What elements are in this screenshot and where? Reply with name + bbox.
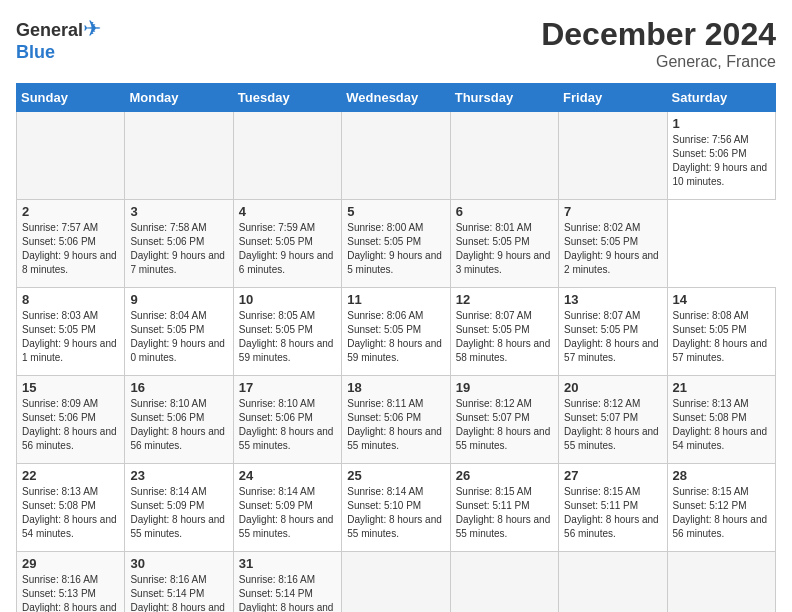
day-number: 28 (673, 468, 770, 483)
calendar-cell-day: 23Sunrise: 8:14 AMSunset: 5:09 PMDayligh… (125, 464, 233, 552)
day-number: 5 (347, 204, 444, 219)
day-info: Sunrise: 8:05 AMSunset: 5:05 PMDaylight:… (239, 309, 336, 365)
day-info: Sunrise: 8:01 AMSunset: 5:05 PMDaylight:… (456, 221, 553, 277)
calendar-cell-day: 19Sunrise: 8:12 AMSunset: 5:07 PMDayligh… (450, 376, 558, 464)
calendar-cell-empty (233, 112, 341, 200)
day-info: Sunrise: 8:04 AMSunset: 5:05 PMDaylight:… (130, 309, 227, 365)
calendar-cell-day: 26Sunrise: 8:15 AMSunset: 5:11 PMDayligh… (450, 464, 558, 552)
day-info: Sunrise: 8:00 AMSunset: 5:05 PMDaylight:… (347, 221, 444, 277)
day-number: 15 (22, 380, 119, 395)
calendar-cell-day: 14Sunrise: 8:08 AMSunset: 5:05 PMDayligh… (667, 288, 775, 376)
day-info: Sunrise: 8:06 AMSunset: 5:05 PMDaylight:… (347, 309, 444, 365)
calendar-cell-empty (342, 552, 450, 613)
page-header: General✈ Blue December 2024 Generac, Fra… (16, 16, 776, 71)
day-info: Sunrise: 7:58 AMSunset: 5:06 PMDaylight:… (130, 221, 227, 277)
calendar-cell-day: 2Sunrise: 7:57 AMSunset: 5:06 PMDaylight… (17, 200, 125, 288)
calendar-cell-day: 3Sunrise: 7:58 AMSunset: 5:06 PMDaylight… (125, 200, 233, 288)
calendar-cell-day: 21Sunrise: 8:13 AMSunset: 5:08 PMDayligh… (667, 376, 775, 464)
calendar-cell-day: 8Sunrise: 8:03 AMSunset: 5:05 PMDaylight… (17, 288, 125, 376)
calendar-cell-day: 25Sunrise: 8:14 AMSunset: 5:10 PMDayligh… (342, 464, 450, 552)
calendar-cell-day: 6Sunrise: 8:01 AMSunset: 5:05 PMDaylight… (450, 200, 558, 288)
day-info: Sunrise: 8:14 AMSunset: 5:09 PMDaylight:… (239, 485, 336, 541)
day-number: 7 (564, 204, 661, 219)
calendar-cell-empty (17, 112, 125, 200)
day-info: Sunrise: 8:11 AMSunset: 5:06 PMDaylight:… (347, 397, 444, 453)
column-header-saturday: Saturday (667, 84, 775, 112)
day-number: 12 (456, 292, 553, 307)
day-info: Sunrise: 8:09 AMSunset: 5:06 PMDaylight:… (22, 397, 119, 453)
day-number: 19 (456, 380, 553, 395)
calendar-cell-day: 11Sunrise: 8:06 AMSunset: 5:05 PMDayligh… (342, 288, 450, 376)
calendar-cell-day: 15Sunrise: 8:09 AMSunset: 5:06 PMDayligh… (17, 376, 125, 464)
day-number: 30 (130, 556, 227, 571)
calendar-week-row: 2Sunrise: 7:57 AMSunset: 5:06 PMDaylight… (17, 200, 776, 288)
calendar-cell-empty (559, 112, 667, 200)
calendar-cell-day: 28Sunrise: 8:15 AMSunset: 5:12 PMDayligh… (667, 464, 775, 552)
day-number: 17 (239, 380, 336, 395)
day-number: 23 (130, 468, 227, 483)
calendar-week-row: 8Sunrise: 8:03 AMSunset: 5:05 PMDaylight… (17, 288, 776, 376)
day-number: 13 (564, 292, 661, 307)
day-number: 26 (456, 468, 553, 483)
calendar-cell-day: 27Sunrise: 8:15 AMSunset: 5:11 PMDayligh… (559, 464, 667, 552)
calendar-cell-empty (125, 112, 233, 200)
calendar-cell-day: 22Sunrise: 8:13 AMSunset: 5:08 PMDayligh… (17, 464, 125, 552)
logo-general: General (16, 20, 83, 40)
calendar-body: 1Sunrise: 7:56 AMSunset: 5:06 PMDaylight… (17, 112, 776, 613)
day-info: Sunrise: 8:16 AMSunset: 5:13 PMDaylight:… (22, 573, 119, 612)
calendar-cell-day: 16Sunrise: 8:10 AMSunset: 5:06 PMDayligh… (125, 376, 233, 464)
calendar-cell-day: 31Sunrise: 8:16 AMSunset: 5:14 PMDayligh… (233, 552, 341, 613)
title-block: December 2024 Generac, France (541, 16, 776, 71)
calendar-week-row: 22Sunrise: 8:13 AMSunset: 5:08 PMDayligh… (17, 464, 776, 552)
calendar-cell-day: 7Sunrise: 8:02 AMSunset: 5:05 PMDaylight… (559, 200, 667, 288)
day-number: 2 (22, 204, 119, 219)
day-info: Sunrise: 8:07 AMSunset: 5:05 PMDaylight:… (564, 309, 661, 365)
day-number: 18 (347, 380, 444, 395)
calendar-week-row: 29Sunrise: 8:16 AMSunset: 5:13 PMDayligh… (17, 552, 776, 613)
column-header-tuesday: Tuesday (233, 84, 341, 112)
calendar-week-row: 1Sunrise: 7:56 AMSunset: 5:06 PMDaylight… (17, 112, 776, 200)
calendar-cell-empty (667, 552, 775, 613)
day-number: 1 (673, 116, 770, 131)
day-number: 8 (22, 292, 119, 307)
calendar-cell-day: 4Sunrise: 7:59 AMSunset: 5:05 PMDaylight… (233, 200, 341, 288)
day-number: 20 (564, 380, 661, 395)
day-number: 27 (564, 468, 661, 483)
month-title: December 2024 (541, 16, 776, 53)
day-info: Sunrise: 7:57 AMSunset: 5:06 PMDaylight:… (22, 221, 119, 277)
day-info: Sunrise: 8:08 AMSunset: 5:05 PMDaylight:… (673, 309, 770, 365)
day-number: 29 (22, 556, 119, 571)
day-number: 9 (130, 292, 227, 307)
column-header-thursday: Thursday (450, 84, 558, 112)
day-info: Sunrise: 8:02 AMSunset: 5:05 PMDaylight:… (564, 221, 661, 277)
day-info: Sunrise: 8:14 AMSunset: 5:10 PMDaylight:… (347, 485, 444, 541)
calendar-cell-day: 1Sunrise: 7:56 AMSunset: 5:06 PMDaylight… (667, 112, 775, 200)
day-number: 31 (239, 556, 336, 571)
day-info: Sunrise: 8:15 AMSunset: 5:11 PMDaylight:… (456, 485, 553, 541)
day-number: 11 (347, 292, 444, 307)
calendar-header-row: SundayMondayTuesdayWednesdayThursdayFrid… (17, 84, 776, 112)
logo-bird-icon: ✈ (83, 16, 101, 41)
day-number: 6 (456, 204, 553, 219)
day-info: Sunrise: 7:56 AMSunset: 5:06 PMDaylight:… (673, 133, 770, 189)
day-number: 16 (130, 380, 227, 395)
day-number: 24 (239, 468, 336, 483)
day-number: 21 (673, 380, 770, 395)
location-title: Generac, France (541, 53, 776, 71)
day-info: Sunrise: 8:12 AMSunset: 5:07 PMDaylight:… (564, 397, 661, 453)
calendar-cell-empty (450, 112, 558, 200)
calendar-table: SundayMondayTuesdayWednesdayThursdayFrid… (16, 83, 776, 612)
day-number: 3 (130, 204, 227, 219)
calendar-cell-empty (450, 552, 558, 613)
day-info: Sunrise: 8:16 AMSunset: 5:14 PMDaylight:… (239, 573, 336, 612)
calendar-cell-day: 13Sunrise: 8:07 AMSunset: 5:05 PMDayligh… (559, 288, 667, 376)
calendar-cell-empty (342, 112, 450, 200)
calendar-cell-day: 24Sunrise: 8:14 AMSunset: 5:09 PMDayligh… (233, 464, 341, 552)
logo: General✈ Blue (16, 16, 101, 63)
day-number: 4 (239, 204, 336, 219)
day-number: 10 (239, 292, 336, 307)
day-info: Sunrise: 8:03 AMSunset: 5:05 PMDaylight:… (22, 309, 119, 365)
calendar-cell-day: 30Sunrise: 8:16 AMSunset: 5:14 PMDayligh… (125, 552, 233, 613)
day-info: Sunrise: 8:07 AMSunset: 5:05 PMDaylight:… (456, 309, 553, 365)
calendar-cell-day: 12Sunrise: 8:07 AMSunset: 5:05 PMDayligh… (450, 288, 558, 376)
